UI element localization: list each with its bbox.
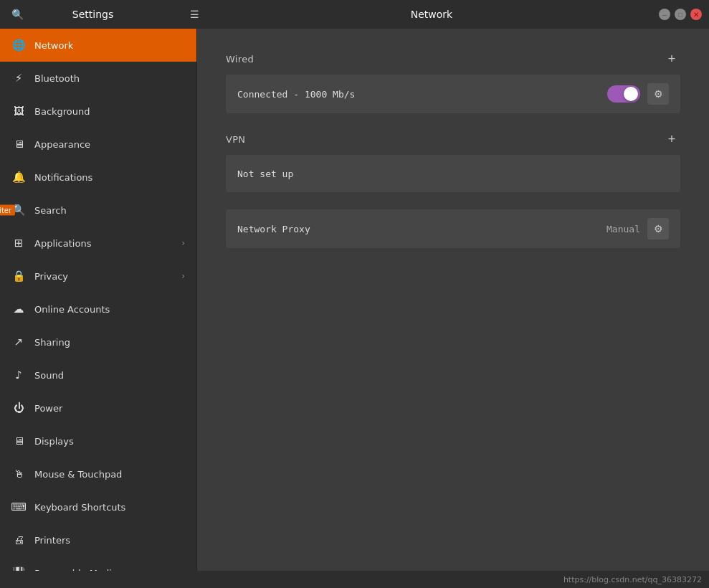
gear-button[interactable]: ⚙ — [647, 83, 669, 105]
mouse-touchpad-icon: 🖱 — [11, 468, 26, 480]
power-icon: ⏻ — [11, 402, 26, 414]
chevron-icon: › — [181, 238, 185, 248]
card-row-wired-0: Connected - 1000 Mb/s⚙ — [226, 75, 680, 113]
sidebar-item-appearance[interactable]: 🖥Appearance — [0, 128, 196, 161]
sidebar-item-network[interactable]: 🌐Network — [0, 29, 196, 62]
chevron-icon: › — [181, 271, 185, 281]
sidebar-item-displays[interactable]: 🖥Displays — [0, 425, 196, 457]
toggle-switch[interactable] — [607, 85, 640, 103]
sidebar-item-printers[interactable]: 🖨Printers — [0, 523, 196, 556]
sidebar-label-bluetooth: Bluetooth — [34, 73, 185, 84]
card-network-proxy: Network ProxyManual⚙ — [226, 209, 680, 248]
section-vpn: VPN+Not set up — [226, 131, 680, 192]
displays-icon: 🖥 — [11, 435, 26, 447]
sidebar-item-applications[interactable]: ⊞Applications› — [0, 227, 196, 260]
applications-icon: ⊞ — [11, 237, 26, 250]
row-label: Network Proxy — [237, 224, 606, 234]
sidebar-label-online-accounts: Online Accounts — [34, 304, 185, 315]
search-button[interactable]: 🔍 — [7, 4, 27, 24]
sidebar-label-network: Network — [34, 40, 185, 51]
notifications-icon: 🔔 — [11, 171, 26, 184]
sidebar-label-mouse-touchpad: Mouse & Touchpad — [34, 469, 185, 480]
close-button[interactable]: ✕ — [690, 9, 702, 20]
sidebar-label-displays: Displays — [34, 436, 185, 447]
sidebar-item-keyboard-shortcuts[interactable]: ⌨Keyboard Shortcuts — [0, 490, 196, 523]
row-right: ⚙ — [607, 83, 669, 105]
minimize-icon: – — [662, 11, 667, 19]
gear-button[interactable]: ⚙ — [647, 218, 669, 240]
sidebar-label-printers: Printers — [34, 535, 185, 546]
sidebar-item-online-accounts[interactable]: ☁Online Accounts — [0, 293, 196, 326]
titlebar: 🔍 Settings ☰ Network – □ ✕ — [0, 0, 709, 29]
printers-icon: 🖨 — [11, 534, 26, 546]
sidebar-label-search: Search — [34, 205, 185, 216]
sidebar-label-power: Power — [34, 403, 185, 414]
section-title-vpn: VPN — [226, 134, 245, 145]
card-row-network-proxy-0: Network ProxyManual⚙ — [226, 209, 680, 248]
sidebar-item-removable-media[interactable]: 💾Removable Media — [0, 556, 196, 571]
sidebar-label-sharing: Sharing — [34, 337, 185, 348]
sidebar-item-bluetooth[interactable]: ⚡Bluetooth — [0, 62, 196, 95]
minimize-button[interactable]: – — [659, 9, 670, 20]
sidebar-item-sharing[interactable]: ↗Sharing — [0, 326, 196, 359]
titlebar-center: Network — [204, 9, 659, 20]
page-title: Network — [411, 9, 452, 20]
appearance-icon: 🖥 — [11, 138, 26, 151]
statusbar-url: https://blog.csdn.net/qq_36383272 — [563, 575, 702, 584]
sidebar-item-sound[interactable]: ♪Sound — [0, 359, 196, 392]
sidebar-label-privacy: Privacy — [34, 271, 181, 282]
gear-icon: ⚙ — [654, 223, 663, 234]
bluetooth-icon: ⚡ — [11, 72, 26, 85]
sharing-icon: ↗ — [11, 336, 26, 348]
row-right: Manual⚙ — [606, 218, 669, 240]
gear-icon: ⚙ — [654, 88, 663, 100]
background-icon: 🖼 — [11, 105, 26, 118]
filter-indicator: riter — [0, 205, 15, 216]
section-wired: Wired+Connected - 1000 Mb/s⚙ — [226, 50, 680, 113]
section-network-proxy: Network ProxyManual⚙ — [226, 209, 680, 248]
sidebar-label-background: Background — [34, 106, 185, 117]
online-accounts-icon: ☁ — [11, 303, 26, 316]
privacy-icon: 🔒 — [11, 270, 26, 283]
card-wired: Connected - 1000 Mb/s⚙ — [226, 75, 680, 113]
main-container: 🌐Network⚡Bluetooth🖼Background🖥Appearance… — [0, 29, 709, 571]
statusbar: https://blog.csdn.net/qq_36383272 — [0, 571, 709, 588]
sidebar-label-keyboard-shortcuts: Keyboard Shortcuts — [34, 502, 185, 513]
add-button-wired[interactable]: + — [663, 50, 680, 67]
titlebar-left: 🔍 Settings ☰ — [7, 4, 204, 24]
app-title: Settings — [33, 9, 179, 20]
sidebar-item-search[interactable]: 🔍Searchriter — [0, 194, 196, 227]
sidebar-item-power[interactable]: ⏻Power — [0, 392, 196, 425]
close-icon: ✕ — [693, 11, 699, 19]
section-header-wired: Wired+ — [226, 50, 680, 67]
add-button-vpn[interactable]: + — [663, 131, 680, 148]
sidebar-label-applications: Applications — [34, 238, 181, 249]
row-label: Connected - 1000 Mb/s — [237, 89, 607, 100]
keyboard-shortcuts-icon: ⌨ — [11, 501, 26, 513]
sidebar-label-appearance: Appearance — [34, 139, 185, 150]
sidebar-label-notifications: Notifications — [34, 172, 185, 183]
search-icon: 🔍 — [11, 9, 24, 20]
sidebar-label-sound: Sound — [34, 370, 185, 381]
removable-media-icon: 💾 — [11, 566, 26, 571]
maximize-icon: □ — [678, 11, 682, 19]
sidebar-item-background[interactable]: 🖼Background — [0, 95, 196, 128]
row-label: Not set up — [237, 169, 669, 179]
content-area: Wired+Connected - 1000 Mb/s⚙VPN+Not set … — [197, 29, 709, 571]
titlebar-controls: – □ ✕ — [659, 9, 702, 20]
row-status: Manual — [606, 224, 640, 234]
network-icon: 🌐 — [11, 39, 26, 52]
menu-icon: ☰ — [190, 9, 199, 20]
sound-icon: ♪ — [11, 369, 26, 381]
sidebar: 🌐Network⚡Bluetooth🖼Background🖥Appearance… — [0, 29, 197, 571]
card-row-vpn-0: Not set up — [226, 155, 680, 192]
sidebar-item-mouse-touchpad[interactable]: 🖱Mouse & Touchpad — [0, 457, 196, 490]
sidebar-label-removable-media: Removable Media — [34, 568, 185, 572]
menu-button[interactable]: ☰ — [184, 4, 204, 24]
sidebar-item-notifications[interactable]: 🔔Notifications — [0, 161, 196, 194]
sidebar-item-privacy[interactable]: 🔒Privacy› — [0, 260, 196, 293]
card-vpn: Not set up — [226, 155, 680, 192]
maximize-button[interactable]: □ — [675, 9, 686, 20]
section-title-wired: Wired — [226, 54, 254, 65]
section-header-vpn: VPN+ — [226, 131, 680, 148]
